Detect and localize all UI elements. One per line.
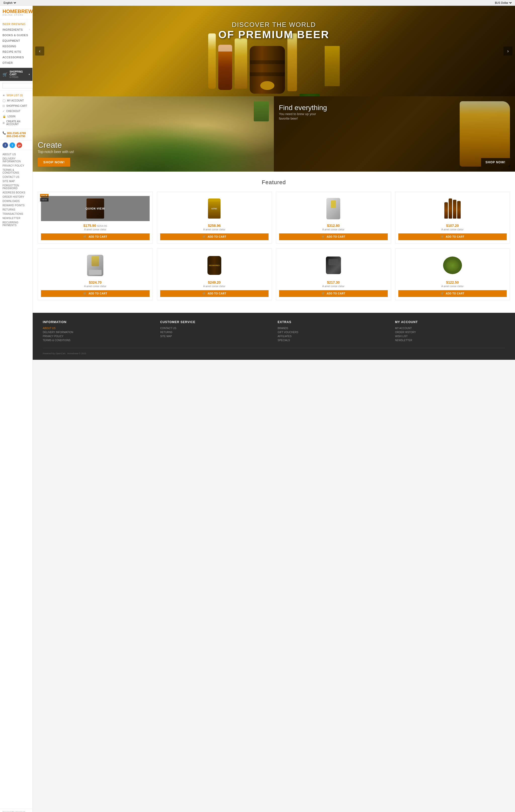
add-to-cart-button[interactable]: 🛒 ADD TO CART [160,290,269,297]
nav-item-accessories[interactable]: ACCESSORIES [0,55,32,60]
sidebar-link-rewards[interactable]: REWARD POINTS [0,203,32,207]
add-to-cart-button[interactable]: 🛒 ADD TO CART [398,233,507,240]
product-card: SALE NEW BEER KIT QUICK VIEW $175.90$254… [38,192,153,243]
carousel-next-button[interactable]: › [504,47,513,56]
carousel-prev-button[interactable]: ‹ [35,47,44,56]
sidebar-link-downloads[interactable]: DOWNLOADS [0,199,32,203]
footer-col-link[interactable]: AFFILIATES [278,335,387,338]
product-card: $122.50 A amet conse ctetur 🛒 ADD TO CAR… [395,249,510,300]
footer-col-link[interactable]: RETURNS [160,331,270,334]
nav-item-books[interactable]: BOOKS & GUIDES [0,32,32,38]
nav-label: INGREDIENTS [2,28,23,31]
social-area: f t g+ [0,140,32,150]
footer-bottom: Powered By OpenCart Homebrew © 2015 [43,348,505,355]
featured-title: Featured [38,179,510,186]
footer-column: EXTRASBRANDSGIFT VOUCHERSAFFILIATESSPECI… [278,320,387,343]
footer-col-link[interactable]: GIFT VOUCHERS [278,331,387,334]
sidebar-link-recurring[interactable]: RECURRING PAYMENTS [0,220,32,227]
chevron-down-icon: ▾ [29,73,30,76]
footer-col-link[interactable]: WISH LIST [395,335,505,338]
add-to-cart-label: ADD TO CART [208,235,226,238]
phone-number-1[interactable]: 📞 800-2345-6789 [2,132,30,135]
add-to-cart-button[interactable]: 🛒 ADD TO CART [160,233,269,240]
currency-selector[interactable]: $US Dollar [494,1,513,4]
footer-col-link[interactable]: SPECIALS [278,339,387,342]
nav-item-recipe-kits[interactable]: RECIPE KITS [0,49,32,55]
nav-item-kegging[interactable]: KEGGING [0,44,32,49]
sidebar-link-address[interactable]: ADDRESS BOOKS [0,191,32,195]
nav-item-other[interactable]: OTHER [0,60,32,65]
product-image: BEER KIT QUICK VIEW [41,196,150,221]
product-name: A amet conse ctetur [41,285,150,288]
sidebar-link-privacy[interactable]: PRIVACY POLICY [0,164,32,168]
language-selector[interactable]: English [2,1,17,4]
beer-glass-dark [218,45,232,90]
add-to-cart-button[interactable]: 🛒 ADD TO CART [41,290,150,297]
wheat-stalks [325,46,340,86]
footer-col-link[interactable]: PRIVACY POLICY [43,335,153,338]
sidebar-link-newsletter[interactable]: NEWSLETTER [0,216,32,220]
sidebar-link-orders[interactable]: ORDER HISTORY [0,195,32,199]
sidebar-link-forgotten[interactable]: FORGOTTEN PASSWORD [0,183,32,191]
nav-label: KEGGING [2,45,16,48]
shopping-cart-link[interactable]: ⊡ SHOPPING CART [0,103,32,109]
logo-area[interactable]: HOMEBREW ONLINE STORE [0,6,32,19]
banner-brewing: Find everything You need to brew up your… [274,96,515,172]
sidebar-bottom: Powered By OpenCart Homebrew © 2015 [0,809,32,812]
sidebar-link-sitemap[interactable]: SITE MAP [0,179,32,183]
sidebar-link-contact[interactable]: CONTACT US [0,175,32,179]
checkout-link[interactable]: ✓ CHECKOUT [0,109,32,114]
phone-number-2[interactable]: 800-2345-6790 [2,135,30,138]
banner-right-shop-button[interactable]: SHOP NOW! [481,158,510,167]
banner-right-text: Find everything You need to brew up your… [279,104,327,121]
footer-col-link[interactable]: SITE MAP [160,335,270,338]
cart-icon: 🛒 [202,292,206,295]
twitter-button[interactable]: t [9,142,15,148]
add-to-cart-button[interactable]: 🛒 ADD TO CART [279,233,388,240]
footer-col-link[interactable]: MY ACCOUNT [395,327,505,330]
sidebar-link-returns[interactable]: RETURNS [0,207,32,212]
beer-glass-tall [288,33,297,91]
footer-col-title: MY ACCOUNT [395,320,505,324]
cart-widget[interactable]: 🛒 SHOPPING CART 0 ITEMS ▾ [0,68,32,81]
add-to-cart-button[interactable]: 🛒 ADD TO CART [279,290,388,297]
person-icon: ◯ [2,99,5,102]
products-grid-row1: SALE NEW BEER KIT QUICK VIEW $175.90$254… [38,192,510,243]
add-to-cart-button[interactable]: 🛒 ADD TO CART [398,290,507,297]
nav-item-beer-brewing[interactable]: BEER BREWING [0,21,32,27]
product-name: A amet conse ctetur [398,285,507,288]
banner-left-shop-button[interactable]: SHOP NOW! [38,158,70,167]
product-image [279,253,388,278]
add-to-cart-label: ADD TO CART [445,292,464,295]
footer-col-link[interactable]: ORDER HISTORY [395,331,505,334]
login-label: LOGIN [7,115,15,118]
my-account-link[interactable]: ◯ MY ACCOUNT [0,98,32,103]
footer-col-link[interactable]: NEWSLETTER [395,339,505,342]
footer-col-link[interactable]: CONTACT US [160,327,270,330]
nav-item-ingredients[interactable]: INGREDIENTS › [0,27,32,32]
chevron-right-icon: › [29,28,30,31]
footer-col-link[interactable]: TERMS & CONDITIONS [43,339,153,342]
googleplus-button[interactable]: g+ [17,142,22,148]
shopping-cart-label: SHOPPING CART [6,105,27,107]
quick-view-overlay[interactable]: QUICK VIEW [41,196,150,221]
footer-col-link[interactable]: DELIVERY INFORMATION [43,331,153,334]
cart-icon: 🛒 [83,292,87,295]
add-to-cart-button[interactable]: 🛒 ADD TO CART [41,233,150,240]
sidebar-link-terms[interactable]: TERMS & CONDITIONS [0,168,32,175]
phone-icon: 📞 [2,132,6,135]
nav-label: BEER BREWING [2,23,26,26]
create-account-link[interactable]: ⊕ CREATE AN ACCOUNT [0,119,32,127]
wishlist-link[interactable]: ★ WISH LIST (0) [0,93,32,98]
sidebar-link-delivery[interactable]: DELIVERY INFORMATION [0,156,32,164]
footer-col-link[interactable]: BRANDS [278,327,387,330]
sidebar-link-transactions[interactable]: TRANSACTIONS [0,212,32,216]
footer-col-link[interactable]: ABOUT US [43,327,153,330]
product-image [398,253,507,278]
login-link[interactable]: 🔒 LOGIN [0,114,32,119]
sidebar-link-about[interactable]: ABOUT US [0,152,32,156]
footer-col-title: CUSTOMER SERVICE [160,320,270,324]
sidebar-footer-links: ABOUT US DELIVERY INFORMATION PRIVACY PO… [0,150,32,229]
nav-item-equipment[interactable]: EQUIPMENT [0,38,32,44]
facebook-button[interactable]: f [2,142,8,148]
